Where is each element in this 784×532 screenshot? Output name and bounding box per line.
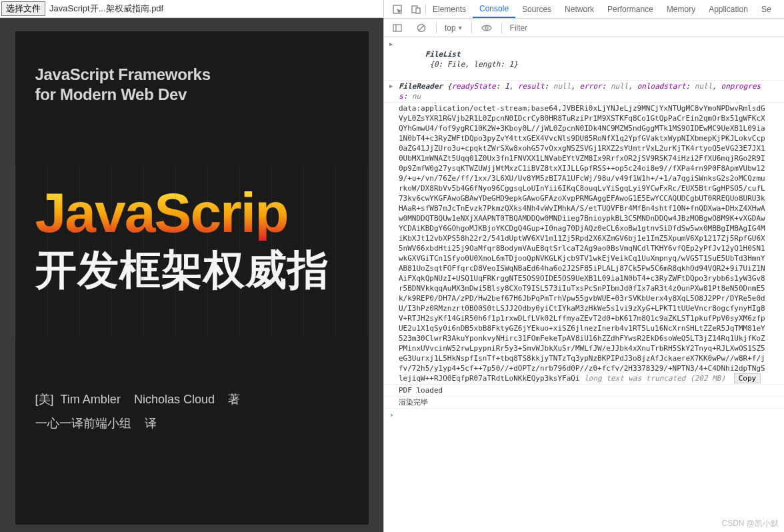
log-render-done: 渲染完毕: [384, 397, 784, 409]
chosen-file-name: JavaScript开...架权威指南.pdf: [49, 3, 163, 15]
devtools-tab-bar: ElementsConsoleSourcesNetworkPerformance…: [384, 0, 784, 19]
log-filereader[interactable]: FileReader {readyState: 1, result: null,…: [384, 81, 784, 103]
choose-file-button[interactable]: 选择文件: [1, 1, 45, 16]
svg-rect-3: [393, 25, 401, 31]
sidebar-toggle-icon[interactable]: [388, 23, 407, 33]
tab-network[interactable]: Network: [558, 0, 601, 18]
svg-point-7: [485, 27, 488, 29]
tab-performance[interactable]: Performance: [601, 0, 660, 18]
tab-se[interactable]: Se: [755, 0, 778, 18]
book-authors: [美] Tim Ambler Nicholas Cloud 著: [35, 391, 349, 407]
inspect-icon[interactable]: [388, 5, 407, 14]
tab-application[interactable]: Application: [702, 0, 755, 18]
devtools-panel: ElementsConsoleSourcesNetworkPerformance…: [384, 0, 784, 532]
preview-area: JavaScript Frameworks for Modern Web Dev…: [0, 18, 383, 532]
eye-icon[interactable]: [477, 24, 496, 32]
left-panel: 选择文件 JavaScript开...架权威指南.pdf JavaScript …: [0, 0, 384, 532]
tab-sources[interactable]: Sources: [515, 0, 558, 18]
console-toolbar: top ▼: [384, 19, 784, 37]
context-selector[interactable]: top ▼: [442, 22, 466, 34]
book-cover: JavaScript Frameworks for Modern Web Dev…: [15, 31, 369, 525]
svg-rect-2: [416, 8, 420, 13]
svg-line-6: [419, 25, 424, 31]
tab-memory[interactable]: Memory: [660, 0, 702, 18]
filter-input[interactable]: [507, 22, 780, 34]
clear-console-icon[interactable]: [412, 23, 431, 33]
book-translator: 一心一译前端小组 译: [35, 415, 349, 431]
log-pdf-loaded: PDF loaded: [384, 385, 784, 397]
hex-pattern-decor: [15, 165, 369, 338]
file-chooser: 选择文件 JavaScript开...架权威指南.pdf: [0, 0, 383, 18]
console-prompt[interactable]: [384, 409, 784, 411]
device-toggle-icon[interactable]: [407, 5, 425, 14]
tab-console[interactable]: Console: [473, 0, 515, 18]
log-filelist[interactable]: FileList {0: File, length: 1}: [384, 39, 784, 81]
log-data-url: data:application/octet-stream;base64,JVB…: [384, 103, 784, 385]
chevron-down-icon: ▼: [457, 25, 463, 31]
tab-elements[interactable]: Elements: [426, 0, 473, 18]
book-subtitle: JavaScript Frameworks for Modern Web Dev: [35, 65, 349, 105]
copy-button[interactable]: Copy: [734, 373, 761, 383]
console-output: FileList {0: File, length: 1} FileReader…: [384, 37, 784, 532]
